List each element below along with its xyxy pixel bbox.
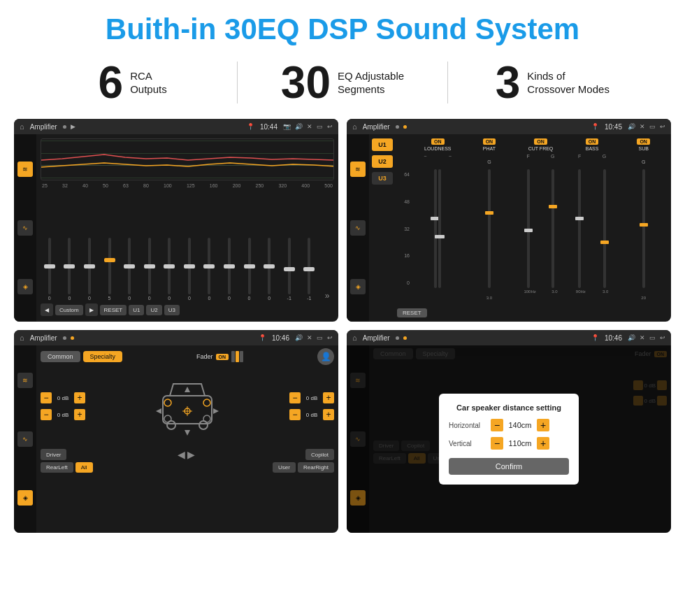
- dialog-vertical-control: − 110cm +: [491, 437, 549, 450]
- eq-slider-2[interactable]: 0: [80, 238, 99, 301]
- cx-sidebar-wave-btn[interactable]: ∿: [350, 220, 366, 236]
- dialog-vertical-plus[interactable]: +: [537, 437, 549, 450]
- eq-slider-0[interactable]: 0: [41, 238, 59, 301]
- db-minus-2[interactable]: −: [289, 392, 301, 403]
- eq-slider-6[interactable]: 0: [160, 238, 178, 301]
- eq-reset-btn[interactable]: RESET: [100, 305, 127, 315]
- person-icon[interactable]: 👤: [317, 348, 334, 365]
- svg-point-4: [203, 399, 210, 406]
- cx-home-icon[interactable]: ⌂: [352, 122, 357, 131]
- db-plus-3[interactable]: +: [323, 409, 334, 420]
- eq-slider-4[interactable]: 0: [120, 238, 138, 301]
- nav-left-icon[interactable]: ◀: [178, 449, 185, 460]
- cx-u2-btn[interactable]: U2: [372, 155, 393, 168]
- pos-rearright-btn[interactable]: RearRight: [298, 462, 334, 473]
- crossover-screen: ⌂ Amplifier 📍 10:45 🔊 ✕ ▭ ↩ ≋ ∿ ◈: [347, 119, 671, 322]
- dist-status-bar: ⌂ Amplifier 📍 10:46 🔊 ✕ ▭ ↩: [347, 330, 671, 345]
- db-plus-0[interactable]: +: [74, 392, 85, 403]
- fd-home-icon[interactable]: ⌂: [20, 334, 24, 342]
- pos-copilot-btn[interactable]: Copilot: [305, 449, 334, 460]
- cx-scale: 64 48 32 16 0: [397, 169, 411, 288]
- distance-screen: ⌂ Amplifier 📍 10:46 🔊 ✕ ▭ ↩ ≋ ∿ ◈: [347, 330, 671, 533]
- cx-x-icon[interactable]: ✕: [640, 123, 645, 130]
- fd-sidebar-speaker[interactable]: ◈: [17, 490, 33, 506]
- svg-marker-12: [156, 408, 161, 414]
- cx-reset-btn[interactable]: RESET: [397, 308, 427, 317]
- cx-cutfreq-sliders[interactable]: [516, 169, 565, 288]
- eq-back-icon[interactable]: ↩: [327, 123, 333, 130]
- eq-sidebar-speaker-btn[interactable]: ◈: [17, 279, 33, 294]
- eq-u3-btn[interactable]: U3: [164, 305, 180, 315]
- dialog-horizontal-plus[interactable]: +: [537, 419, 549, 431]
- eq-u2-btn[interactable]: U2: [146, 305, 161, 315]
- home-icon[interactable]: ⌂: [20, 122, 24, 131]
- page-title: Buith-in 30EQ DSP Sound System: [0, 0, 685, 53]
- dialog-horizontal-row: Horizontal − 140cm +: [449, 419, 569, 431]
- freq-label-7: 125: [187, 183, 195, 188]
- eq-rect-icon: ▭: [317, 123, 323, 130]
- db-plus-1[interactable]: +: [74, 409, 85, 420]
- pos-user-btn[interactable]: User: [273, 462, 296, 473]
- cx-bass-sliders[interactable]: [568, 169, 617, 288]
- cx-loudness-sliders[interactable]: [413, 169, 463, 288]
- cx-sidebar-eq-btn[interactable]: ≋: [350, 162, 366, 177]
- eq-u1-btn[interactable]: U1: [129, 305, 144, 315]
- eq-play-btn[interactable]: ▶: [85, 303, 98, 316]
- cx-phat-sliders[interactable]: [465, 169, 514, 288]
- eq-sidebar-wave-btn[interactable]: ∿: [17, 220, 33, 236]
- fd-vol[interactable]: 🔊: [295, 334, 303, 341]
- cx-content: ≋ ∿ ◈ U1 U2 U3: [347, 134, 671, 322]
- cx-vol-icon[interactable]: 🔊: [628, 123, 635, 130]
- cx-u1-btn[interactable]: U1: [372, 138, 393, 151]
- eq-slider-9[interactable]: 0: [220, 238, 238, 301]
- eq-slider-7[interactable]: 0: [180, 238, 199, 301]
- dialog-vertical-minus[interactable]: −: [491, 437, 503, 450]
- db-minus-3[interactable]: −: [289, 409, 301, 420]
- fader-tab-common[interactable]: Common: [41, 351, 80, 362]
- db-minus-1[interactable]: −: [41, 409, 52, 420]
- dist-vol[interactable]: 🔊: [628, 334, 635, 341]
- eq-custom-btn[interactable]: Custom: [55, 305, 83, 315]
- cx-dot-orange: [403, 125, 407, 129]
- fd-sidebar-eq[interactable]: ≋: [17, 373, 33, 388]
- pos-rearleft-btn[interactable]: RearLeft: [41, 462, 73, 473]
- eq-slider-1[interactable]: 0: [61, 238, 79, 301]
- cx-sidebar-speaker-btn[interactable]: ◈: [350, 279, 366, 294]
- eq-back-btn[interactable]: ◀: [41, 303, 53, 316]
- dist-back[interactable]: ↩: [660, 334, 665, 341]
- eq-vol-icon[interactable]: 🔊: [295, 123, 303, 130]
- eq-play-icon[interactable]: ▶: [71, 123, 75, 130]
- fd-x[interactable]: ✕: [307, 334, 312, 341]
- db-plus-2[interactable]: +: [323, 392, 334, 403]
- dist-home-icon[interactable]: ⌂: [352, 334, 357, 342]
- dist-x[interactable]: ✕: [640, 334, 645, 341]
- cx-back-icon[interactable]: ↩: [660, 123, 665, 130]
- eq-more-btn[interactable]: »: [320, 291, 334, 301]
- eq-slider-13[interactable]: -1: [301, 238, 319, 301]
- eq-slider-12[interactable]: -1: [280, 238, 298, 301]
- fd-sidebar-wave[interactable]: ∿: [17, 431, 33, 447]
- freq-label-1: 32: [62, 183, 68, 188]
- eq-cam-icon: 📷: [283, 123, 291, 130]
- confirm-button[interactable]: Confirm: [449, 458, 569, 475]
- eq-slider-10[interactable]: 0: [240, 238, 259, 301]
- dialog-horizontal-minus[interactable]: −: [491, 419, 503, 431]
- eq-slider-8[interactable]: 0: [201, 238, 219, 301]
- cx-sub-slider[interactable]: [619, 169, 668, 288]
- eq-sidebar-eq-btn[interactable]: ≋: [17, 162, 33, 177]
- cx-u3-btn[interactable]: U3: [372, 172, 393, 185]
- fd-back[interactable]: ↩: [327, 334, 333, 341]
- pos-all-btn[interactable]: All: [75, 462, 93, 473]
- eq-slider-3[interactable]: 5: [101, 238, 119, 301]
- pos-driver-btn[interactable]: Driver: [41, 449, 66, 460]
- eq-content: ≋ ∿ ◈: [14, 134, 338, 322]
- eq-slider-5[interactable]: 0: [140, 238, 159, 301]
- fader-tab-specialty[interactable]: Specialty: [83, 351, 123, 362]
- nav-right-icon[interactable]: ▶: [187, 449, 195, 460]
- db-minus-0[interactable]: −: [41, 392, 52, 403]
- eq-freq-labels: 25 32 40 50 63 80 100 125 160 200 250 32…: [41, 183, 334, 188]
- freq-label-10: 250: [256, 183, 264, 188]
- eq-x-icon[interactable]: ✕: [307, 123, 312, 130]
- freq-label-8: 160: [210, 183, 218, 188]
- eq-slider-11[interactable]: 0: [260, 238, 278, 301]
